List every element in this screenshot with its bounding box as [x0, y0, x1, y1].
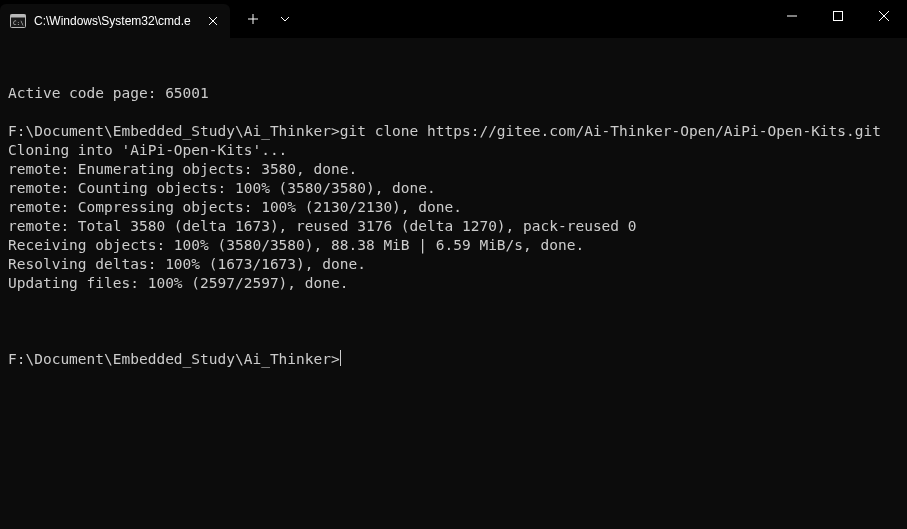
- terminal-line: F:\Document\Embedded_Study\Ai_Thinker>gi…: [8, 122, 899, 141]
- tab-title: C:\Windows\System32\cmd.e: [34, 14, 191, 28]
- terminal-output[interactable]: Active code page: 65001 F:\Document\Embe…: [0, 38, 907, 529]
- terminal-prompt-line: F:\Document\Embedded_Study\Ai_Thinker>: [8, 350, 899, 369]
- terminal-line: Resolving deltas: 100% (1673/1673), done…: [8, 255, 899, 274]
- tab-content: C:\ C:\Windows\System32\cmd.e: [10, 13, 191, 29]
- terminal-line: [8, 103, 899, 122]
- terminal-prompt: F:\Document\Embedded_Study\Ai_Thinker>: [8, 350, 340, 369]
- terminal-line: Active code page: 65001: [8, 84, 899, 103]
- terminal-line: remote: Counting objects: 100% (3580/358…: [8, 179, 899, 198]
- close-tab-button[interactable]: [204, 12, 222, 30]
- terminal-line: remote: Total 3580 (delta 1673), reused …: [8, 217, 899, 236]
- window-titlebar: C:\ C:\Windows\System32\cmd.e: [0, 0, 907, 38]
- window-controls: [769, 0, 907, 38]
- terminal-line: remote: Enumerating objects: 3580, done.: [8, 160, 899, 179]
- svg-text:C:\: C:\: [13, 19, 24, 26]
- terminal-line: remote: Compressing objects: 100% (2130/…: [8, 198, 899, 217]
- terminal-line: Cloning into 'AiPi-Open-Kits'...: [8, 141, 899, 160]
- cmd-icon: C:\: [10, 13, 26, 29]
- cursor-icon: [340, 350, 341, 366]
- svg-rect-3: [834, 12, 843, 21]
- tab-dropdown-button[interactable]: [270, 2, 300, 36]
- minimize-button[interactable]: [769, 0, 815, 32]
- terminal-line: Receiving objects: 100% (3580/3580), 88.…: [8, 236, 899, 255]
- svg-rect-1: [11, 15, 26, 18]
- terminal-line: [8, 293, 899, 312]
- tab-active[interactable]: C:\ C:\Windows\System32\cmd.e: [0, 4, 230, 38]
- maximize-button[interactable]: [815, 0, 861, 32]
- new-tab-button[interactable]: [236, 2, 270, 36]
- terminal-line: Updating files: 100% (2597/2597), done.: [8, 274, 899, 293]
- close-window-button[interactable]: [861, 0, 907, 32]
